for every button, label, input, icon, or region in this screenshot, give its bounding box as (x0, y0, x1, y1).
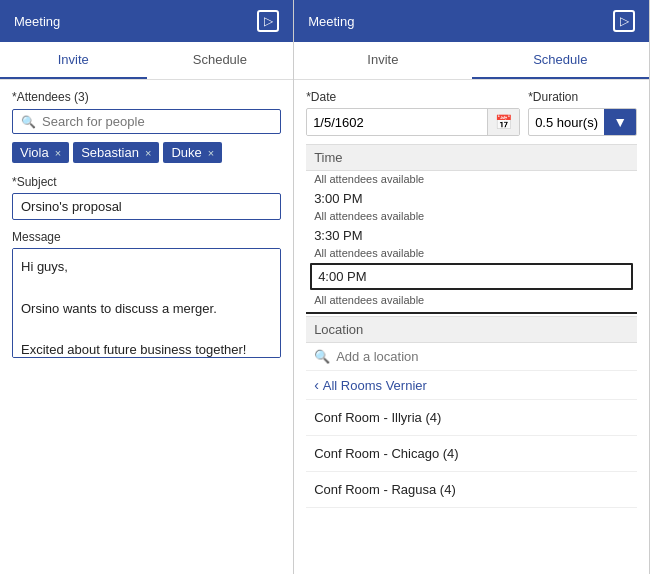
subject-field-group: *Subject (12, 175, 281, 220)
right-panel-body: *Date 📅 *Duration 0.5 hour(s) 1 hour(s) … (294, 80, 649, 574)
search-icon: 🔍 (21, 115, 36, 129)
calendar-button[interactable]: 📅 (487, 109, 519, 135)
tab-invite-left[interactable]: Invite (0, 42, 147, 79)
chevron-left-icon: ‹ (314, 377, 319, 393)
people-search-box: 🔍 (12, 109, 281, 134)
time-slot-330pm[interactable]: 3:30 PM (306, 224, 637, 245)
room-chicago[interactable]: Conf Room - Chicago (4) (306, 436, 637, 472)
room-ragusa[interactable]: Conf Room - Ragusa (4) (306, 472, 637, 508)
attendee-tag-sebastian: Sebastian × (73, 142, 159, 163)
search-input[interactable] (42, 114, 272, 129)
right-panel: Meeting Invite Schedule *Date 📅 *Duratio… (294, 0, 650, 574)
attendee-tag-viola: Viola × (12, 142, 69, 163)
left-tabs: Invite Schedule (0, 42, 293, 80)
date-input[interactable] (307, 110, 487, 135)
available-330pm: All attendees available (306, 208, 637, 224)
duration-chevron-icon[interactable]: ▼ (604, 109, 636, 135)
right-tabs: Invite Schedule (294, 42, 649, 80)
location-section-header: Location (306, 316, 637, 343)
time-section-header: Time (306, 144, 637, 171)
tab-schedule-right[interactable]: Schedule (472, 42, 649, 79)
location-search-box: 🔍 (306, 343, 637, 371)
available-4pm: All attendees available (306, 245, 637, 261)
time-slot-3pm[interactable]: 3:00 PM (306, 187, 637, 208)
date-duration-row: *Date 📅 *Duration 0.5 hour(s) 1 hour(s) … (306, 90, 637, 136)
tab-schedule-left[interactable]: Schedule (147, 42, 294, 79)
duration-group: *Duration 0.5 hour(s) 1 hour(s) 1.5 hour… (528, 90, 637, 136)
message-label: Message (12, 230, 281, 244)
left-panel-body: *Attendees (3) 🔍 Viola × Sebastian × Duk… (0, 80, 293, 574)
location-search-icon: 🔍 (314, 349, 330, 364)
time-slots-container: All attendees available 3:00 PM All atte… (306, 171, 637, 314)
location-input[interactable] (336, 349, 629, 364)
time-slot-4pm[interactable]: 4:00 PM (310, 263, 633, 290)
date-input-wrap: 📅 (306, 108, 520, 136)
room-illyria[interactable]: Conf Room - Illyria (4) (306, 400, 637, 436)
remove-viola-button[interactable]: × (55, 147, 61, 159)
duration-label: *Duration (528, 90, 637, 104)
subject-label: *Subject (12, 175, 281, 189)
left-header: Meeting (0, 0, 293, 42)
subject-input[interactable] (12, 193, 281, 220)
remove-duke-button[interactable]: × (208, 147, 214, 159)
right-send-button[interactable] (613, 10, 635, 32)
remove-sebastian-button[interactable]: × (145, 147, 151, 159)
left-panel: Meeting Invite Schedule *Attendees (3) 🔍… (0, 0, 294, 574)
right-header: Meeting (294, 0, 649, 42)
message-field-group: Message Hi guys, Orsino wants to discuss… (12, 230, 281, 361)
tab-invite-right[interactable]: Invite (294, 42, 471, 79)
date-label: *Date (306, 90, 520, 104)
message-textarea[interactable]: Hi guys, Orsino wants to discuss a merge… (12, 248, 281, 358)
available-4pm-after: All attendees available (306, 292, 637, 314)
attendees-label: *Attendees (3) (12, 90, 281, 104)
right-header-title: Meeting (308, 14, 354, 29)
date-group: *Date 📅 (306, 90, 520, 136)
left-send-button[interactable] (257, 10, 279, 32)
attendee-tag-duke: Duke × (163, 142, 222, 163)
duration-select-wrap: 0.5 hour(s) 1 hour(s) 1.5 hour(s) 2 hour… (528, 108, 637, 136)
left-header-title: Meeting (14, 14, 60, 29)
duration-select[interactable]: 0.5 hour(s) 1 hour(s) 1.5 hour(s) 2 hour… (529, 110, 604, 135)
all-rooms-back-button[interactable]: ‹ All Rooms Vernier (306, 371, 637, 400)
available-3pm: All attendees available (306, 171, 637, 187)
attendees-tags: Viola × Sebastian × Duke × (12, 142, 281, 163)
